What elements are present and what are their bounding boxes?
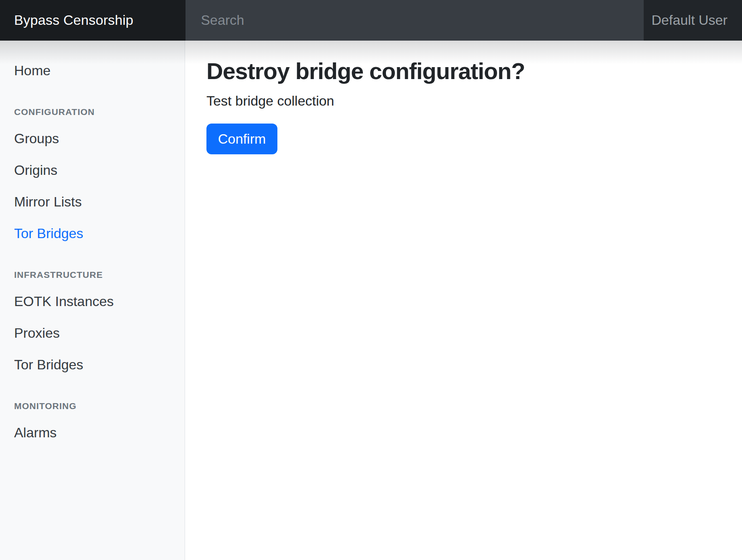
sidebar-item-proxies[interactable]: Proxies xyxy=(0,317,185,349)
sidebar-heading-infrastructure: INFRASTRUCTURE xyxy=(0,266,185,283)
search-input[interactable] xyxy=(200,12,635,29)
user-block: Default User xyxy=(644,0,742,41)
brand-block: Bypass Censorship xyxy=(0,0,186,41)
sidebar-item-eotk-instances[interactable]: EOTK Instances xyxy=(0,286,185,317)
sidebar-heading-configuration: CONFIGURATION xyxy=(0,103,185,121)
sidebar-item-origins[interactable]: Origins xyxy=(0,154,185,186)
sidebar-item-home[interactable]: Home xyxy=(0,55,185,86)
sidebar-item-groups[interactable]: Groups xyxy=(0,123,185,154)
user-menu[interactable]: Default User xyxy=(651,12,727,28)
page-title: Destroy bridge configuration? xyxy=(206,57,721,85)
page-subtitle: Test bridge collection xyxy=(206,91,721,111)
sidebar-item-tor-bridges-infrastructure[interactable]: Tor Bridges xyxy=(0,349,185,380)
sidebar-item-alarms[interactable]: Alarms xyxy=(0,417,185,448)
sidebar-item-tor-bridges-configuration[interactable]: Tor Bridges xyxy=(0,218,185,249)
sidebar-heading-monitoring: MONITORING xyxy=(0,398,185,415)
brand-link[interactable]: Bypass Censorship xyxy=(14,12,133,28)
sidebar-nav: Home CONFIGURATION Groups Origins Mirror… xyxy=(0,41,185,560)
main-content: Destroy bridge configuration? Test bridg… xyxy=(186,41,742,560)
search-block xyxy=(186,0,644,41)
confirm-button[interactable]: Confirm xyxy=(206,124,277,154)
sidebar-item-mirror-lists[interactable]: Mirror Lists xyxy=(0,186,185,218)
app-window: Bypass Censorship Default User Home CONF… xyxy=(0,0,742,560)
top-navbar: Bypass Censorship Default User xyxy=(0,0,742,41)
